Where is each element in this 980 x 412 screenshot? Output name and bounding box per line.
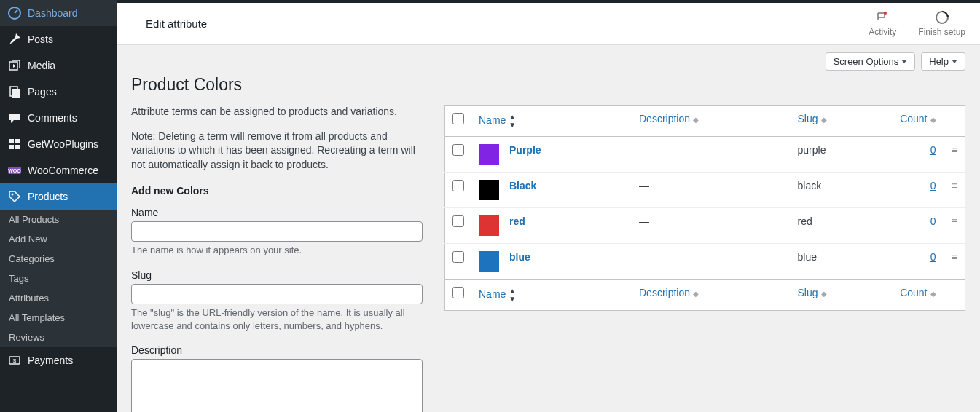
- svg-point-13: [884, 12, 887, 15]
- term-name-link[interactable]: Purple: [509, 144, 541, 156]
- term-count-link[interactable]: 0: [930, 180, 936, 191]
- activity-button[interactable]: Activity: [869, 10, 896, 37]
- sidebar-sub-attributes[interactable]: Attributes: [0, 288, 117, 308]
- sidebar-item-products[interactable]: Products: [0, 183, 117, 210]
- term-slug: blue: [791, 244, 893, 280]
- sidebar-item-label: Payments: [28, 354, 73, 366]
- term-name-link[interactable]: Black: [509, 180, 536, 191]
- pin-icon: [7, 32, 22, 47]
- setup-icon: [935, 10, 949, 25]
- sidebar-item-label: Products: [28, 191, 68, 202]
- sort-icon: ◆: [693, 116, 699, 124]
- sidebar-sub-all-products[interactable]: All Products: [0, 210, 117, 229]
- sidebar-item-getwooplugins[interactable]: GetWooPlugins: [0, 131, 117, 157]
- col-footer-count[interactable]: Count◆: [893, 280, 944, 311]
- col-header-slug[interactable]: Slug◆: [791, 106, 893, 137]
- sidebar-item-dashboard[interactable]: Dashboard: [0, 0, 117, 26]
- term-count-link[interactable]: 0: [930, 251, 936, 263]
- sidebar-item-label: GetWooPlugins: [28, 138, 98, 150]
- col-footer-slug[interactable]: Slug◆: [791, 280, 893, 311]
- sidebar-item-media[interactable]: Media: [0, 52, 117, 79]
- intro-text: Attribute terms can be assigned to produ…: [131, 105, 423, 119]
- sidebar-item-label: Dashboard: [28, 7, 78, 19]
- sidebar-item-label: WooCommerce: [28, 165, 98, 176]
- sort-icon: ◆: [821, 116, 827, 124]
- sidebar-item-comments[interactable]: Comments: [0, 105, 117, 131]
- caret-down-icon: [901, 60, 907, 63]
- term-name-link[interactable]: red: [509, 215, 525, 227]
- sort-icon: ▲▼: [509, 113, 516, 129]
- plugin-icon: [7, 137, 22, 151]
- row-checkbox[interactable]: [452, 144, 464, 156]
- term-description: —: [632, 208, 791, 244]
- row-menu-icon[interactable]: ≡: [952, 251, 957, 263]
- col-header-name[interactable]: Name▲▼: [471, 106, 632, 137]
- term-count-link[interactable]: 0: [930, 215, 936, 227]
- name-input[interactable]: [131, 221, 423, 242]
- sidebar-sub-tags[interactable]: Tags: [0, 269, 117, 288]
- row-checkbox[interactable]: [452, 180, 464, 191]
- sidebar-sub-categories[interactable]: Categories: [0, 249, 117, 269]
- sidebar-item-payments[interactable]: $ Payments: [0, 347, 117, 373]
- sidebar-sub-all-templates[interactable]: All Templates: [0, 308, 117, 328]
- page-title: Edit attribute: [131, 17, 207, 30]
- term-description: —: [632, 137, 791, 173]
- pages-icon: [7, 84, 22, 99]
- sidebar-item-posts[interactable]: Posts: [0, 26, 117, 52]
- color-swatch: [479, 180, 499, 200]
- name-label: Name: [131, 207, 423, 218]
- admin-sidebar: Dashboard Posts Media Pages Comments Get…: [0, 0, 117, 412]
- media-icon: [7, 58, 22, 73]
- sidebar-submenu-products: All Products Add New Categories Tags Att…: [0, 210, 117, 347]
- row-checkbox[interactable]: [452, 215, 464, 227]
- name-help: The name is how it appears on your site.: [131, 244, 423, 257]
- row-menu-icon[interactable]: ≡: [952, 144, 957, 156]
- add-new-heading: Add new Colors: [131, 185, 423, 197]
- screen-options-label: Screen Options: [834, 56, 899, 67]
- sidebar-item-pages[interactable]: Pages: [0, 79, 117, 105]
- select-all-checkbox-footer[interactable]: [452, 287, 464, 298]
- row-menu-icon[interactable]: ≡: [952, 180, 957, 191]
- row-checkbox[interactable]: [452, 251, 464, 263]
- sidebar-sub-reviews[interactable]: Reviews: [0, 328, 117, 347]
- payments-icon: $: [7, 353, 22, 368]
- activity-icon: [875, 10, 890, 25]
- select-all-checkbox[interactable]: [452, 113, 464, 124]
- row-menu-icon[interactable]: ≡: [952, 215, 957, 227]
- term-slug: purple: [791, 137, 893, 173]
- sidebar-item-label: Media: [28, 60, 55, 71]
- term-count-link[interactable]: 0: [930, 144, 936, 156]
- slug-help: The "slug" is the URL-friendly version o…: [131, 306, 423, 333]
- sidebar-item-label: Pages: [28, 86, 57, 98]
- sidebar-sub-add-new[interactable]: Add New: [0, 229, 117, 249]
- sidebar-item-woocommerce[interactable]: WOO WooCommerce: [0, 157, 117, 183]
- dashboard-icon: [7, 6, 22, 20]
- slug-input[interactable]: [131, 284, 423, 304]
- description-textarea[interactable]: [131, 359, 423, 412]
- svg-rect-3: [12, 89, 20, 98]
- color-swatch: [479, 215, 499, 236]
- table-row: Purple—purple0≡: [445, 137, 965, 173]
- woocommerce-icon: WOO: [7, 163, 22, 178]
- description-label: Description: [131, 344, 423, 356]
- col-header-count[interactable]: Count◆: [893, 106, 944, 137]
- col-footer-description[interactable]: Description◆: [632, 280, 791, 311]
- svg-rect-5: [15, 139, 20, 143]
- col-header-description[interactable]: Description◆: [632, 106, 791, 137]
- sort-icon: ◆: [821, 290, 827, 298]
- help-button[interactable]: Help: [921, 52, 965, 71]
- finish-setup-button[interactable]: Finish setup: [918, 10, 965, 37]
- color-swatch: [479, 144, 499, 165]
- svg-rect-7: [15, 145, 20, 149]
- sort-icon: ◆: [693, 290, 699, 298]
- screen-options-button[interactable]: Screen Options: [826, 52, 916, 71]
- sort-icon: ◆: [930, 116, 936, 124]
- note-text: Note: Deleting a term will remove it fro…: [131, 130, 423, 173]
- term-description: —: [632, 173, 791, 208]
- svg-text:WOO: WOO: [8, 168, 21, 173]
- comments-icon: [7, 111, 22, 125]
- sidebar-item-label: Posts: [28, 33, 53, 45]
- term-slug: red: [791, 208, 893, 244]
- col-footer-name[interactable]: Name▲▼: [471, 280, 632, 311]
- term-name-link[interactable]: blue: [509, 251, 530, 263]
